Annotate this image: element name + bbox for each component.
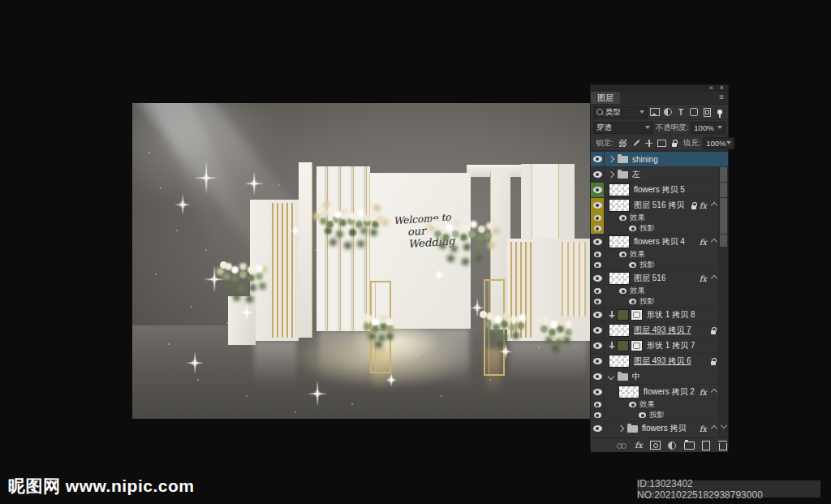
adjustment-filter-icon[interactable] xyxy=(662,107,674,117)
layer-name[interactable]: 形状 1 拷贝 7 xyxy=(647,340,695,351)
eye-toggle-icon[interactable] xyxy=(629,262,636,268)
vector-mask-thumbnail[interactable] xyxy=(631,309,643,321)
lock-pixels-icon[interactable] xyxy=(631,138,642,148)
layer-name[interactable]: flowers 拷贝 4 xyxy=(634,236,685,248)
eye-toggle-icon[interactable] xyxy=(594,226,601,231)
effect-row[interactable]: 投影 xyxy=(591,296,728,307)
eye-toggle-icon[interactable] xyxy=(593,312,602,318)
link-layers-icon[interactable] xyxy=(617,440,627,450)
layer-thumbnail[interactable] xyxy=(609,235,630,248)
eye-toggle-icon[interactable] xyxy=(594,402,601,407)
layer-row[interactable]: flowers 拷贝 2fx xyxy=(591,384,728,399)
layer-row[interactable]: flowers 拷贝fx xyxy=(591,420,728,436)
eye-toggle-icon[interactable] xyxy=(594,252,601,257)
eye-toggle-icon[interactable] xyxy=(594,299,601,304)
layer-row[interactable]: flowers 拷贝 5 xyxy=(591,182,728,197)
eye-toggle-icon[interactable] xyxy=(594,262,601,268)
eye-toggle-icon[interactable] xyxy=(593,187,602,193)
collapse-effects-icon[interactable] xyxy=(711,239,717,245)
layer-thumbnail[interactable] xyxy=(617,340,629,351)
effect-row[interactable]: 效果 xyxy=(591,213,728,223)
eye-toggle-icon[interactable] xyxy=(593,373,602,380)
adjustment-layer-icon[interactable] xyxy=(667,440,678,450)
fill-field[interactable]: 100% xyxy=(703,137,734,149)
fx-badge[interactable]: fx xyxy=(700,424,707,433)
effect-row[interactable]: 投影 xyxy=(591,410,728,420)
lock-artboard-icon[interactable] xyxy=(657,138,668,148)
layer-row[interactable]: 中 xyxy=(591,368,728,384)
layer-name[interactable]: 图层 516 拷贝 xyxy=(634,200,684,211)
eye-toggle-icon[interactable] xyxy=(593,239,602,245)
layer-style-fx-icon[interactable]: fx xyxy=(634,440,644,450)
blend-mode-select[interactable]: 穿透 xyxy=(593,122,653,134)
opacity-field[interactable]: 100% xyxy=(691,122,726,134)
fx-badge[interactable]: fx xyxy=(700,201,707,210)
effect-row[interactable]: 投影 xyxy=(591,223,728,234)
layer-name[interactable]: flowers 拷贝 5 xyxy=(634,184,685,196)
close-panel-button[interactable]: × xyxy=(720,84,724,92)
layer-name[interactable]: flowers 拷贝 2 xyxy=(644,386,695,398)
chevron-right-icon[interactable] xyxy=(608,171,614,178)
layer-name[interactable]: 图层 493 拷贝 7 xyxy=(634,325,691,336)
layer-thumbnail[interactable] xyxy=(609,272,630,285)
layer-row[interactable]: 形状 1 拷贝 8 xyxy=(591,307,728,322)
tab-layers[interactable]: 图层 xyxy=(591,92,620,104)
chevron-right-icon[interactable] xyxy=(608,156,614,162)
layer-row[interactable]: flowers 拷贝 4fx xyxy=(591,234,728,249)
collapse-effects-icon[interactable] xyxy=(711,389,717,395)
layer-row[interactable]: shining xyxy=(591,151,728,166)
eye-toggle-icon[interactable] xyxy=(593,342,602,349)
eye-toggle-icon[interactable] xyxy=(593,156,602,162)
eye-toggle-icon[interactable] xyxy=(619,215,626,221)
layer-name[interactable]: 形状 1 拷贝 8 xyxy=(647,309,695,321)
layer-thumbnail[interactable] xyxy=(609,355,630,368)
eye-toggle-icon[interactable] xyxy=(629,402,636,407)
effect-row[interactable]: 效果 xyxy=(591,399,728,410)
layer-name[interactable]: flowers 拷贝 xyxy=(642,423,686,434)
effect-row[interactable]: 效果 xyxy=(591,249,728,260)
eye-toggle-icon[interactable] xyxy=(593,358,602,364)
eye-toggle-icon[interactable] xyxy=(593,425,602,432)
layer-thumbnail[interactable] xyxy=(609,183,630,196)
collapse-effects-icon[interactable] xyxy=(711,425,717,432)
new-group-icon[interactable] xyxy=(684,440,695,450)
eye-toggle-icon[interactable] xyxy=(593,389,602,395)
layer-name[interactable]: 左 xyxy=(632,169,640,180)
eye-toggle-icon[interactable] xyxy=(594,288,601,294)
layer-row[interactable]: 图层 516fx xyxy=(591,270,728,286)
eye-toggle-icon[interactable] xyxy=(619,288,626,294)
layer-row[interactable]: 图层 493 拷贝 6 xyxy=(591,353,728,368)
effect-row[interactable]: 效果 xyxy=(591,286,728,296)
panel-menu-icon[interactable]: ≡ xyxy=(719,93,724,101)
effect-row[interactable]: 投影 xyxy=(591,260,728,270)
lock-all-icon[interactable] xyxy=(670,138,681,148)
layer-name[interactable]: shining xyxy=(632,155,658,164)
vector-mask-thumbnail[interactable] xyxy=(631,340,643,351)
layer-thumbnail[interactable] xyxy=(617,309,629,321)
eye-toggle-icon[interactable] xyxy=(619,252,626,257)
smartobject-filter-icon[interactable] xyxy=(701,107,713,117)
fx-badge[interactable]: fx xyxy=(700,388,707,397)
chevron-down-icon[interactable] xyxy=(608,373,614,380)
delete-layer-icon[interactable] xyxy=(717,440,728,450)
collapse-effects-icon[interactable] xyxy=(711,275,717,282)
layer-row[interactable]: 图层 516 拷贝fx xyxy=(591,197,728,213)
layer-thumbnail[interactable] xyxy=(609,199,630,212)
collapse-panel-button[interactable]: « xyxy=(709,84,713,92)
fx-badge[interactable]: fx xyxy=(700,238,707,247)
eye-toggle-icon[interactable] xyxy=(594,215,601,221)
layer-thumbnail[interactable] xyxy=(609,324,630,337)
type-filter-icon[interactable]: T xyxy=(675,107,687,117)
eye-toggle-icon[interactable] xyxy=(593,275,602,282)
layer-filter-select[interactable]: 类型 xyxy=(593,106,648,118)
add-mask-icon[interactable] xyxy=(650,440,661,450)
eye-toggle-icon[interactable] xyxy=(593,171,602,178)
chevron-right-icon[interactable] xyxy=(618,425,624,432)
lock-position-icon[interactable] xyxy=(644,138,655,148)
new-layer-icon[interactable] xyxy=(701,440,712,450)
layer-name[interactable]: 中 xyxy=(632,371,640,382)
collapse-effects-icon[interactable] xyxy=(711,202,717,209)
eye-toggle-icon[interactable] xyxy=(639,412,646,418)
lock-transparency-icon[interactable] xyxy=(618,138,629,148)
layer-row[interactable]: 左 xyxy=(591,166,728,182)
